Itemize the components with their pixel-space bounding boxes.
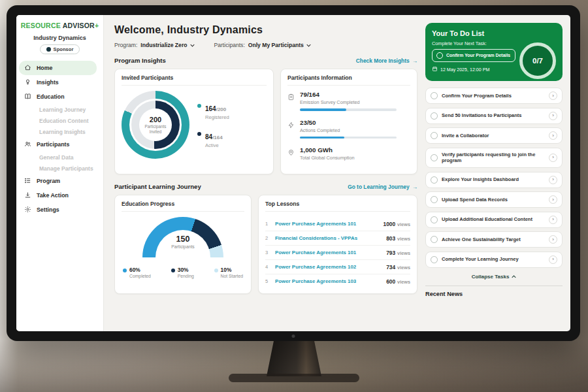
lesson-link[interactable]: Power Purchase Agreements 103 bbox=[275, 278, 382, 284]
legend-item-active: 84/164 Active bbox=[197, 130, 229, 148]
todo-card: Your To Do List Complete Your Next Task:… bbox=[425, 23, 563, 81]
legend-item-completed: 60% Completed bbox=[123, 267, 151, 278]
gauge-legend: 60% Completed 30% Pending bbox=[122, 267, 244, 278]
lesson-link[interactable]: Power Purchase Agreements 101 bbox=[275, 250, 382, 255]
checkbox-circle-icon[interactable] bbox=[431, 176, 438, 184]
lesson-link[interactable]: Power Purchase Agreements 102 bbox=[275, 264, 382, 270]
checkbox-circle-icon[interactable] bbox=[431, 236, 438, 243]
invited-participants-card: Invited Participants 200 Participants In… bbox=[114, 69, 274, 174]
program-filter-dropdown[interactable]: Industrialize Zero bbox=[140, 42, 194, 48]
chevron-right-icon[interactable]: › bbox=[549, 112, 557, 120]
chevron-right-icon[interactable]: › bbox=[549, 235, 557, 244]
lesson-views: 793views bbox=[386, 250, 410, 256]
education-progress-card: Education Progress 150 Participants bbox=[114, 195, 252, 294]
sidebar-item-label: Take Action bbox=[37, 192, 69, 199]
checkbox-circle-icon[interactable] bbox=[431, 216, 438, 223]
stat-label: Total Global Consumption bbox=[300, 155, 355, 161]
stat-global-consumption: 1,000 GWh Total Global Consumption bbox=[287, 146, 410, 161]
program-filter-label: Program: bbox=[114, 42, 137, 48]
lesson-rank: 2 bbox=[265, 235, 270, 241]
sidebar-item-home[interactable]: Home bbox=[19, 61, 97, 75]
checkbox-circle-icon[interactable] bbox=[431, 196, 438, 203]
sidebar-item-insights[interactable]: Insights bbox=[16, 75, 103, 90]
checkbox-circle-icon[interactable] bbox=[431, 154, 438, 161]
checkbox-circle-icon[interactable] bbox=[431, 112, 438, 120]
lesson-rank: 1 bbox=[265, 221, 270, 227]
lesson-link[interactable]: Financial Considerations - VPPAs bbox=[275, 235, 382, 241]
progress-bar bbox=[300, 137, 397, 139]
stat-label: Emission Survey Completed bbox=[300, 99, 397, 105]
task-label: Upload Spend Data Records bbox=[442, 197, 545, 203]
sidebar-item-settings[interactable]: Settings bbox=[16, 203, 103, 217]
participants-filter-dropdown[interactable]: Only My Participants bbox=[248, 42, 311, 48]
legend-label: Pending bbox=[178, 274, 194, 278]
check-more-insights-link[interactable]: Check More Insights → bbox=[356, 57, 417, 64]
sidebar-item-label: Settings bbox=[37, 206, 59, 213]
task-item[interactable]: Upload Spend Data Records › bbox=[425, 191, 563, 208]
legend-item-pending: 30% Pending bbox=[171, 267, 194, 278]
chevron-right-icon[interactable]: › bbox=[549, 216, 557, 224]
home-icon bbox=[24, 64, 31, 73]
legend-item-not-started: 10% Not Started bbox=[214, 267, 243, 278]
sidebar: RESOURCE ADVISOR+ Industry Dynamics Spon… bbox=[16, 15, 104, 331]
task-item[interactable]: Achieve One Sustainability Target › bbox=[425, 231, 563, 248]
task-item[interactable]: Upload Additional Educational Content › bbox=[425, 212, 563, 228]
program-insights-header: Program Insights Check More Insights → bbox=[114, 57, 417, 64]
sidebar-item-take-action[interactable]: Take Action bbox=[16, 188, 103, 203]
card-title: Education Progress bbox=[122, 201, 244, 212]
checkbox-circle-icon[interactable] bbox=[431, 132, 438, 139]
chevron-right-icon[interactable]: › bbox=[549, 131, 557, 140]
sponsor-badge-label: Sponsor bbox=[54, 46, 74, 52]
sidebar-item-learning-insights[interactable]: Learning Insights bbox=[16, 126, 103, 137]
legend-label: Not Started bbox=[221, 274, 243, 278]
task-item[interactable]: Send 50 Invitations to Participants › bbox=[425, 108, 563, 124]
legend-dot bbox=[197, 104, 201, 108]
chevron-right-icon[interactable]: › bbox=[549, 176, 557, 184]
sidebar-item-participants[interactable]: Participants bbox=[16, 137, 103, 152]
checkbox-circle-icon[interactable] bbox=[436, 52, 443, 59]
filter-bar: Program: Industrialize Zero Participants… bbox=[114, 42, 417, 48]
monitor-frame: RESOURCE ADVISOR+ Industry Dynamics Spon… bbox=[7, 5, 580, 341]
task-item[interactable]: Complete Your Learning Journey › bbox=[425, 252, 563, 268]
app-logo: RESOURCE ADVISOR+ bbox=[16, 22, 103, 29]
checkbox-circle-icon[interactable] bbox=[431, 92, 438, 99]
checkbox-circle-icon[interactable] bbox=[431, 256, 438, 263]
learning-journey-cards: Education Progress 150 Participants bbox=[114, 195, 417, 294]
sponsor-icon bbox=[46, 47, 51, 52]
todo-next-task-label: Confirm Your Program Details bbox=[446, 53, 510, 59]
sidebar-item-education[interactable]: Education bbox=[16, 90, 103, 104]
collapse-tasks-label: Collapse Tasks bbox=[472, 274, 510, 280]
legend-dot bbox=[123, 269, 127, 272]
task-item[interactable]: Verify participants requesting to join t… bbox=[425, 148, 563, 169]
sidebar-item-education-content[interactable]: Education Content bbox=[16, 115, 103, 126]
task-item[interactable]: Invite a Collaborator › bbox=[425, 127, 563, 144]
sidebar-item-program[interactable]: Program bbox=[16, 174, 103, 188]
task-list: Confirm Your Program Details › Send 50 I… bbox=[425, 88, 563, 271]
task-item[interactable]: Confirm Your Program Details › bbox=[425, 88, 563, 104]
sidebar-item-label: Participants bbox=[37, 141, 69, 148]
chevron-right-icon[interactable]: › bbox=[549, 255, 557, 264]
legend-pct: 60% bbox=[129, 267, 151, 273]
people-icon bbox=[24, 140, 31, 149]
sidebar-item-manage-participants[interactable]: Manage Participants bbox=[16, 163, 103, 174]
sidebar-item-general-data[interactable]: General Data bbox=[16, 152, 103, 163]
lesson-row: 5 Power Purchase Agreements 103 600views bbox=[265, 274, 410, 288]
chevron-right-icon[interactable]: › bbox=[549, 195, 557, 204]
lesson-link[interactable]: Power Purchase Agreements 101 bbox=[275, 221, 378, 227]
task-item[interactable]: Explore Your Insights Dashboard › bbox=[425, 172, 563, 188]
collapse-tasks-link[interactable]: Collapse Tasks bbox=[425, 274, 563, 280]
participants-filter: Participants: Only My Participants bbox=[214, 42, 311, 48]
task-label: Verify participants requesting to join t… bbox=[442, 152, 545, 165]
link-label: Go to Learning Journey bbox=[348, 184, 409, 190]
card-title: Participants Information bbox=[287, 74, 410, 86]
sponsor-badge[interactable]: Sponsor bbox=[40, 44, 80, 54]
chevron-right-icon[interactable]: › bbox=[549, 154, 557, 162]
task-label: Explore Your Insights Dashboard bbox=[442, 176, 545, 183]
todo-next-task[interactable]: Confirm Your Program Details bbox=[432, 49, 515, 62]
chevron-right-icon[interactable]: › bbox=[549, 91, 557, 100]
main-content: Welcome, Industry Dynamics Program: Indu… bbox=[104, 15, 424, 331]
chevron-down-icon bbox=[190, 44, 195, 47]
sidebar-item-learning-journey[interactable]: Learning Journey bbox=[16, 104, 103, 115]
todo-due-text: 12 May 2025, 12:00 PM bbox=[440, 67, 489, 73]
go-to-learning-journey-link[interactable]: Go to Learning Journey → bbox=[348, 184, 417, 190]
